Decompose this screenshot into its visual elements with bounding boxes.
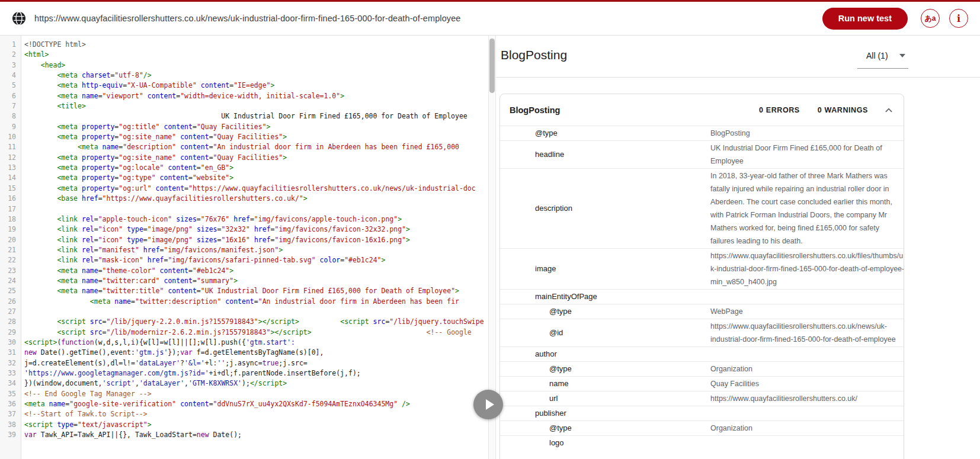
code-line: 15 <meta property="og:url" content="http… <box>0 184 488 194</box>
code-line: 36<meta name="google-site-verification" … <box>0 399 488 409</box>
line-number: 29 <box>0 328 21 338</box>
code-scrollbar-thumb[interactable] <box>489 38 495 93</box>
code-text: <meta name="description" content="An ind… <box>21 142 459 152</box>
line-number: 35 <box>0 389 21 399</box>
property-value: Organization <box>710 362 898 375</box>
code-line: 29 <script src="/lib/modernizr-2.6.2.min… <box>0 328 488 338</box>
expand-panel-button[interactable] <box>473 390 503 419</box>
property-row[interactable]: @typeOrganization <box>500 361 904 376</box>
property-row[interactable]: urlhttps://www.quayfacilitiesrollershutt… <box>500 391 904 406</box>
property-key: name <box>549 377 710 390</box>
code-text: UK Industrial Door Firm Fined £165,000 f… <box>21 111 467 121</box>
code-text: <base href="https://www.quayfacilitiesro… <box>21 194 308 204</box>
code-line: 21 <link rel="manifest" href="img/favico… <box>0 245 488 255</box>
code-text: <!-- End Google Tag Manager --> <box>21 389 152 399</box>
property-row[interactable]: imagehttps://www.quayfacilitiesrollershu… <box>500 248 904 289</box>
header-divider <box>496 77 980 78</box>
chevron-down-icon <box>899 54 905 57</box>
property-key: @type <box>535 127 710 140</box>
line-number: 2 <box>0 50 21 60</box>
property-value: WebPage <box>710 305 898 318</box>
code-text: <link rel="icon" type="image/png" sizes=… <box>21 235 410 245</box>
blogposting-card: BlogPosting 0 ERRORS 0 WARNINGS @typeBlo… <box>499 94 904 459</box>
line-number: 6 <box>0 91 21 101</box>
code-text: <meta property="og:site_name" content="Q… <box>21 153 287 163</box>
card-title: BlogPosting <box>510 105 560 115</box>
line-number: 11 <box>0 142 21 152</box>
chevron-up-icon[interactable] <box>882 104 895 117</box>
info-icon[interactable]: i <box>949 9 968 28</box>
property-row[interactable]: @typeBlogPosting <box>500 126 904 140</box>
language-icon[interactable]: あa <box>921 9 940 28</box>
code-text: <meta property="og:site_name" content="Q… <box>21 132 287 142</box>
property-row[interactable]: nameQuay Facilities <box>500 376 904 391</box>
globe-icon <box>12 11 26 25</box>
property-row[interactable]: author <box>500 346 904 361</box>
property-value: Organization <box>710 422 898 435</box>
line-number: 24 <box>0 276 21 286</box>
code-text: <meta name="theme-color" content="#eb1c2… <box>21 266 233 276</box>
warnings-count: 0 WARNINGS <box>818 106 868 114</box>
line-number: 14 <box>0 173 21 183</box>
code-line: 6 <meta name="viewport" content="width=d… <box>0 91 488 101</box>
code-line: 20 <link rel="icon" type="image/png" siz… <box>0 235 488 245</box>
line-number: 13 <box>0 163 21 173</box>
property-key: @type <box>549 305 710 318</box>
code-lines: 1<!DOCTYPE html>2<html>3 <head>4 <meta c… <box>0 40 488 440</box>
code-text: var Tawk_API=Tawk_API||{}, Tawk_LoadStar… <box>21 430 242 440</box>
property-row[interactable]: @typeOrganization <box>500 421 904 435</box>
line-number: 22 <box>0 255 21 265</box>
code-text: <script src="/lib/modernizr-2.6.2.min.js… <box>21 328 472 338</box>
property-rows: @typeBlogPostingheadlineUK Industrial Do… <box>500 126 904 450</box>
property-key: headline <box>535 148 710 161</box>
code-line: 24 <meta name="twitter:card" content="su… <box>0 276 488 286</box>
code-text: <meta property="og:type" content="websit… <box>21 173 233 183</box>
run-new-test-button[interactable]: Run new test <box>822 8 908 30</box>
property-row[interactable]: headlineUK Industrial Door Firm Fined £1… <box>500 140 904 168</box>
code-text: <!--Start of Tawk.to Script--> <box>21 409 148 419</box>
code-line: 8 UK Industrial Door Firm Fined £165,000… <box>0 111 488 121</box>
property-row[interactable]: logo <box>500 435 904 450</box>
code-text: <meta property="og:url" content="https:/… <box>21 184 476 194</box>
property-row[interactable]: @typeWebPage <box>500 304 904 319</box>
line-number: 21 <box>0 245 21 255</box>
line-number: 26 <box>0 297 21 307</box>
code-text: <link rel="apple-touch-icon" sizes="76x7… <box>21 214 402 224</box>
property-key: description <box>535 202 710 215</box>
code-line: 10 <meta property="og:site_name" content… <box>0 132 488 142</box>
code-text: <script>(function(w,d,s,l,i){w[l]=w[l]||… <box>21 338 295 348</box>
code-text <box>21 307 24 317</box>
code-line: 5 <meta http-equiv="X-UA-Compatible" con… <box>0 81 488 91</box>
property-key: url <box>549 392 710 405</box>
code-text: j=d.createElement(s),dl=l!='dataLayer'?'… <box>21 358 308 368</box>
code-line: 3 <head> <box>0 60 488 70</box>
card-header[interactable]: BlogPosting 0 ERRORS 0 WARNINGS <box>500 94 904 126</box>
top-accent-bar <box>0 0 980 2</box>
property-row[interactable]: mainEntityOfPage <box>500 289 904 304</box>
property-row[interactable]: @idhttps://www.quayfacilitiesrollershutt… <box>500 319 904 346</box>
line-number: 10 <box>0 132 21 142</box>
code-text: <title> <box>21 101 86 111</box>
code-text: <meta property="og:locale" content="en_G… <box>21 163 233 173</box>
code-text: <link rel="manifest" href="img/favicons/… <box>21 245 283 255</box>
code-line: 34})(window,document,'script','dataLayer… <box>0 378 488 389</box>
property-row[interactable]: descriptionIn 2018, 33-year-old father o… <box>500 168 904 248</box>
code-line: 4 <meta charset="utf-8"/> <box>0 70 488 81</box>
line-number: 17 <box>0 204 21 214</box>
line-number: 4 <box>0 70 21 81</box>
code-line: 32j=d.createElement(s),dl=l!='dataLayer'… <box>0 358 488 368</box>
property-row[interactable]: publisher <box>500 406 904 421</box>
property-value: Quay Facilities <box>710 377 898 390</box>
code-text: <meta name="viewport" content="width=dev… <box>21 91 344 101</box>
type-filter-dropdown[interactable]: All (1) <box>857 51 908 69</box>
code-line: 18 <link rel="apple-touch-icon" sizes="7… <box>0 214 488 224</box>
line-number: 7 <box>0 101 21 111</box>
property-value: UK Industrial Door Firm Fined £165,000 f… <box>710 142 898 168</box>
line-number: 20 <box>0 235 21 245</box>
code-text: <script src="/lib/jquery-2.2.0.min.js?15… <box>21 317 484 327</box>
property-key: @type <box>549 362 710 375</box>
code-line: 31new Date().getTime(),event:'gtm.js'});… <box>0 348 488 358</box>
code-text: <meta name="google-site-verification" co… <box>21 399 410 409</box>
line-number: 25 <box>0 286 21 296</box>
property-value: BlogPosting <box>710 127 898 140</box>
